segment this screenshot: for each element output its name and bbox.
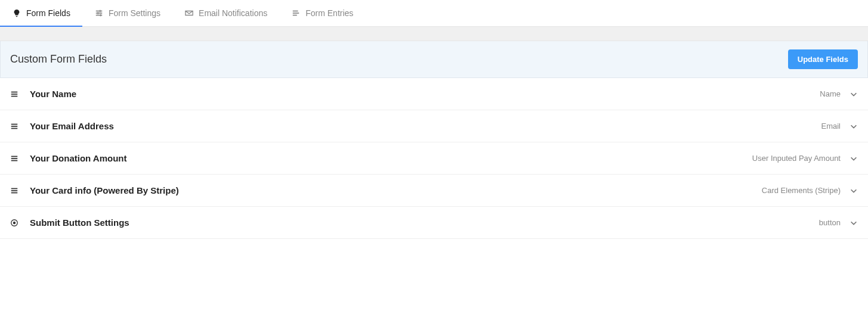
- svg-rect-13: [11, 126, 18, 127]
- chevron-down-icon[interactable]: [849, 89, 858, 99]
- field-list: Your Name Name Your Email Address Email: [0, 78, 868, 239]
- tab-label: Form Entries: [305, 8, 353, 18]
- panel-title: Custom Form Fields: [10, 53, 107, 66]
- svg-rect-2: [96, 15, 103, 16]
- field-type-label: button: [819, 218, 841, 227]
- tab-bar: Form Fields Form Settings Email Notifica…: [0, 0, 868, 27]
- tab-form-entries[interactable]: Form Entries: [279, 0, 365, 26]
- field-type-label: Name: [820, 89, 841, 98]
- svg-rect-18: [11, 188, 18, 189]
- svg-rect-3: [100, 10, 101, 13]
- tab-email-notifications[interactable]: Email Notifications: [172, 0, 279, 26]
- chevron-down-icon[interactable]: [849, 186, 858, 195]
- tab-label: Form Settings: [109, 8, 160, 18]
- field-row-right: Email: [821, 122, 858, 131]
- sub-bar: [0, 27, 868, 41]
- svg-rect-12: [11, 123, 18, 125]
- bulb-icon: [12, 8, 21, 18]
- field-row-card-info[interactable]: Your Card info (Powered By Stripe) Card …: [0, 175, 868, 207]
- svg-rect-0: [96, 11, 103, 12]
- svg-rect-19: [11, 190, 18, 191]
- field-label: Your Name: [30, 89, 76, 99]
- field-type-label: Email: [821, 122, 841, 131]
- svg-rect-15: [11, 156, 18, 157]
- svg-point-22: [13, 221, 16, 223]
- field-row-left: Your Email Address: [10, 121, 114, 131]
- field-row-name[interactable]: Your Name Name: [0, 78, 868, 110]
- svg-rect-7: [293, 13, 299, 14]
- tab-form-fields[interactable]: Form Fields: [0, 0, 82, 26]
- field-row-left: Your Donation Amount: [10, 153, 126, 163]
- drag-handle-icon[interactable]: [10, 154, 19, 163]
- field-row-right: Card Elements (Stripe): [762, 186, 858, 195]
- chevron-down-icon[interactable]: [849, 218, 858, 228]
- drag-handle-icon[interactable]: [10, 89, 19, 99]
- field-row-submit-button[interactable]: Submit Button Settings button: [0, 207, 868, 239]
- field-row-right: User Inputed Pay Amount: [752, 154, 858, 163]
- field-row-email[interactable]: Your Email Address Email: [0, 110, 868, 142]
- field-row-left: Submit Button Settings: [10, 218, 129, 228]
- mail-icon: [184, 8, 194, 18]
- sliders-icon: [94, 8, 104, 18]
- svg-rect-4: [97, 12, 98, 14]
- field-label: Your Donation Amount: [30, 153, 126, 163]
- svg-rect-16: [11, 158, 18, 159]
- chevron-down-icon[interactable]: [849, 154, 858, 163]
- field-type-label: User Inputed Pay Amount: [752, 154, 841, 163]
- svg-rect-10: [11, 94, 18, 95]
- field-label: Submit Button Settings: [30, 218, 129, 228]
- record-icon: [10, 218, 19, 228]
- svg-rect-1: [96, 13, 103, 14]
- field-row-donation-amount[interactable]: Your Donation Amount User Inputed Pay Am…: [0, 142, 868, 175]
- field-row-left: Your Card info (Powered By Stripe): [10, 185, 179, 195]
- svg-rect-14: [11, 128, 18, 129]
- field-row-right: button: [819, 218, 858, 228]
- update-fields-button[interactable]: Update Fields: [788, 49, 858, 69]
- list-icon: [291, 8, 301, 18]
- field-label: Your Email Address: [30, 121, 114, 131]
- chevron-down-icon[interactable]: [849, 122, 858, 131]
- field-row-left: Your Name: [10, 89, 76, 99]
- panel-header: Custom Form Fields Update Fields: [0, 41, 868, 78]
- tab-label: Email Notifications: [199, 8, 267, 18]
- svg-rect-11: [11, 95, 18, 97]
- field-type-label: Card Elements (Stripe): [762, 186, 841, 195]
- drag-handle-icon[interactable]: [10, 122, 19, 131]
- tab-label: Form Fields: [26, 8, 70, 18]
- svg-rect-8: [293, 15, 297, 16]
- field-label: Your Card info (Powered By Stripe): [30, 185, 179, 195]
- svg-rect-20: [11, 192, 18, 193]
- field-row-right: Name: [820, 89, 858, 99]
- svg-rect-5: [100, 14, 101, 17]
- drag-handle-icon[interactable]: [10, 186, 19, 195]
- tab-form-settings[interactable]: Form Settings: [82, 0, 172, 26]
- svg-rect-9: [11, 91, 18, 92]
- svg-rect-17: [11, 160, 18, 161]
- svg-rect-6: [293, 11, 298, 12]
